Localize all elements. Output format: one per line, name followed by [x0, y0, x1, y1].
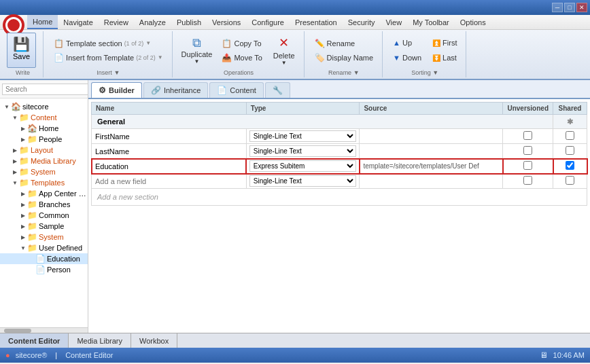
menu-review[interactable]: Review [99, 15, 134, 29]
education-shared-cell[interactable] [553, 159, 587, 174]
ribbon: 💾 Save Write 📋 Template section (1 of 2)… [0, 30, 590, 80]
education-unversioned-cell[interactable] [503, 159, 553, 174]
move-to-button[interactable]: 📤 Move To [217, 51, 266, 65]
newfield-shared-check[interactable] [566, 176, 574, 185]
firstname-name-cell[interactable] [92, 129, 247, 144]
menu-versions[interactable]: Versions [207, 15, 246, 29]
media-icon: 📁 [19, 156, 29, 166]
firstname-shared-check[interactable] [566, 131, 574, 140]
section-star[interactable]: ✱ [553, 115, 587, 129]
education-name-input[interactable] [94, 162, 243, 171]
menu-analyze[interactable]: Analyze [134, 15, 171, 29]
down-button[interactable]: ▼ Down [388, 51, 426, 65]
firstname-type-cell[interactable]: Single-Line Text Multi-Line Text Rich Te… [246, 129, 360, 144]
new-section-row[interactable]: Add a new section [92, 189, 587, 206]
bottom-tab-media-library[interactable]: Media Library [69, 333, 131, 348]
tree-item-userdefined[interactable]: ▼ 📁 User Defined [0, 242, 88, 253]
newfield-unversioned-cell[interactable] [503, 174, 553, 189]
tree-item-person[interactable]: 📄 Person [0, 264, 88, 275]
firstname-shared-cell[interactable] [553, 129, 587, 144]
tree-item-sitecore[interactable]: ▼ 🏠 sitecore [0, 101, 88, 112]
newfield-unversioned-check[interactable] [523, 176, 532, 185]
tree-item-templates[interactable]: ▼ 📁 Templates [0, 177, 88, 188]
lastname-type-select[interactable]: Single-Line Text Multi-Line Text Rich Te… [249, 145, 357, 157]
tab-builder[interactable]: ⚙ Builder [91, 82, 142, 98]
rename-button[interactable]: ✏️ Rename [310, 37, 378, 50]
maximize-button[interactable]: □ [564, 3, 575, 12]
tree-item-home[interactable]: ▶ 🏠 Home [0, 123, 88, 134]
firstname-unversioned-check[interactable] [523, 131, 532, 140]
save-button[interactable]: 💾 Save [7, 33, 36, 68]
newfield-shared-cell[interactable] [553, 174, 587, 189]
tab-content[interactable]: 📄 Content [209, 82, 264, 98]
tree-item-common[interactable]: ▶ 📁 Common [0, 210, 88, 221]
lastname-shared-check[interactable] [566, 146, 574, 155]
template-section-button[interactable]: 📋 Template section (1 of 2) ▼ [49, 37, 168, 50]
last-button[interactable]: ⏬ Last [428, 51, 462, 65]
delete-button[interactable]: ✕ Delete ▼ [268, 33, 300, 68]
insert-from-template-button[interactable]: 📄 Insert from Template (2 of 2) ▼ [49, 51, 168, 65]
appcenter-label: App Center Sy... [39, 189, 88, 198]
tree-item-education[interactable]: 📄 Education [0, 253, 88, 264]
menu-view[interactable]: View [380, 15, 407, 29]
tree-item-system-sub[interactable]: ▶ 📁 System [0, 232, 88, 242]
copy-to-button[interactable]: 📋 Copy To [217, 37, 266, 50]
firstname-unversioned-cell[interactable] [503, 129, 553, 144]
menu-presentation[interactable]: Presentation [290, 15, 343, 29]
lastname-shared-cell[interactable] [553, 144, 587, 159]
education-name-cell[interactable] [92, 159, 247, 174]
tree-item-sample[interactable]: ▶ 📁 Sample [0, 221, 88, 232]
close-button[interactable]: ✕ [576, 3, 587, 12]
tree-item-layout[interactable]: ▶ 📁 Layout [0, 145, 88, 156]
tree-item-people[interactable]: ▶ 📁 People [0, 134, 88, 145]
tree-item-branches[interactable]: ▶ 📁 Branches [0, 199, 88, 210]
firstname-type-select[interactable]: Single-Line Text Multi-Line Text Rich Te… [249, 130, 357, 142]
newfield-source-cell[interactable] [360, 174, 503, 189]
newfield-source-input[interactable] [362, 177, 500, 185]
menu-security[interactable]: Security [343, 15, 381, 29]
education-type-cell[interactable]: Single-Line Text Express Subitem Multi-L… [246, 159, 360, 174]
tab-inheritance[interactable]: 🔗 Inheritance [143, 82, 208, 98]
education-unversioned-check[interactable] [523, 161, 532, 170]
menu-home[interactable]: Home [27, 15, 58, 29]
tree-item-system[interactable]: ▶ 📁 System [0, 166, 88, 177]
search-input[interactable] [2, 84, 88, 95]
lastname-source-input[interactable] [362, 147, 500, 156]
firstname-source-input[interactable] [362, 132, 500, 141]
move-to-icon: 📤 [222, 53, 232, 62]
sidebar-scrollbar[interactable] [0, 327, 88, 333]
menu-navigate[interactable]: Navigate [58, 15, 98, 29]
lastname-name-input[interactable] [94, 147, 243, 156]
first-button[interactable]: ⏫ First [428, 36, 462, 50]
duplicate-button[interactable]: ⧉ Duplicate ▼ [178, 33, 216, 68]
lastname-source-cell[interactable] [360, 144, 503, 159]
education-source-cell[interactable] [360, 159, 503, 174]
bottom-tab-content-editor[interactable]: Content Editor [0, 333, 69, 348]
lastname-unversioned-check[interactable] [523, 146, 532, 155]
firstname-source-cell[interactable] [360, 129, 503, 144]
menu-options[interactable]: Options [455, 15, 491, 29]
lastname-name-cell[interactable] [92, 144, 247, 159]
menu-mytoolbar[interactable]: My Toolbar [407, 15, 455, 29]
newfield-type-select[interactable]: Single-Line Text [249, 175, 357, 187]
newfield-type-cell[interactable]: Single-Line Text [246, 174, 360, 189]
up-button[interactable]: ▲ Up [388, 36, 426, 50]
tree-item-appcenter[interactable]: ▶ 📁 App Center Sy... [0, 188, 88, 199]
minimize-button[interactable]: ─ [552, 3, 563, 12]
education-shared-check[interactable] [566, 161, 574, 170]
display-name-button[interactable]: 🏷️ Display Name [310, 51, 378, 65]
lastname-unversioned-cell[interactable] [503, 144, 553, 159]
menu-configure[interactable]: Configure [246, 15, 290, 29]
newfield-name-input[interactable] [94, 177, 243, 186]
education-source-input[interactable] [362, 162, 500, 170]
firstname-name-input[interactable] [94, 132, 243, 141]
lastname-type-cell[interactable]: Single-Line Text Multi-Line Text Rich Te… [246, 144, 360, 159]
bottom-tab-workbox[interactable]: Workbox [131, 333, 177, 348]
tree-item-media[interactable]: ▶ 📁 Media Library [0, 156, 88, 166]
tab-extra[interactable]: 🔧 [265, 82, 290, 98]
tree-item-content[interactable]: ▼ 📁 Content [0, 112, 88, 123]
new-section-label[interactable]: Add a new section [92, 189, 587, 206]
menu-publish[interactable]: Publish [171, 15, 207, 29]
newfield-name-cell[interactable] [92, 174, 247, 189]
education-type-select[interactable]: Single-Line Text Express Subitem Multi-L… [249, 160, 357, 172]
